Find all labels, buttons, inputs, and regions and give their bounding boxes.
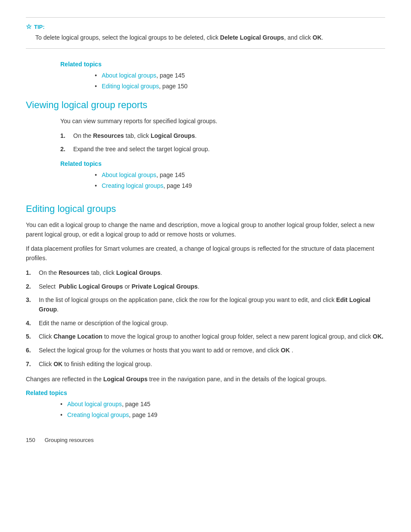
editing-steps: On the Resources tab, click Logical Grou… bbox=[26, 268, 385, 369]
link-about-logical-groups-2[interactable]: About logical groups bbox=[102, 171, 156, 178]
link-creating-logical-groups-2[interactable]: Creating logical groups bbox=[67, 411, 129, 418]
page-footer: 150 Grouping resources bbox=[26, 437, 385, 443]
tip-bold1: Delete Logical Groups bbox=[220, 34, 284, 41]
editing-step-3: In the list of logical groups on the app… bbox=[26, 296, 385, 314]
viewing-intro: You can view summary reports for specifi… bbox=[60, 117, 385, 126]
viewing-step-1: On the Resources tab, click Logical Grou… bbox=[60, 131, 385, 141]
editing-para2: If data placement profiles for Smart vol… bbox=[26, 244, 385, 263]
editing-step-5: Click Change Location to move the logica… bbox=[26, 332, 385, 342]
link-about-logical-groups-1[interactable]: About logical groups bbox=[102, 72, 156, 79]
section-editing: Editing logical groups You can edit a lo… bbox=[26, 203, 385, 420]
related-topics-heading-3: Related topics bbox=[26, 389, 385, 396]
list-item: About logical groups, page 145 bbox=[95, 71, 385, 80]
footer-label: Grouping resources bbox=[44, 437, 93, 443]
editing-step-4: Edit the name or description of the logi… bbox=[26, 319, 385, 328]
related-block-1: Related topics About logical groups, pag… bbox=[60, 61, 385, 91]
related-list-3: About logical groups, page 145 Creating … bbox=[60, 400, 385, 420]
list-item: About logical groups, page 145 bbox=[95, 171, 385, 180]
viewing-steps: On the Resources tab, click Logical Grou… bbox=[60, 131, 385, 154]
editing-step-6: Select the logical group for the volumes… bbox=[26, 346, 385, 355]
editing-step-2: Select Public Logical Groups or Private … bbox=[26, 282, 385, 292]
related-list-1: About logical groups, page 145 Editing l… bbox=[95, 71, 385, 91]
link-editing-logical-groups[interactable]: Editing logical groups bbox=[102, 83, 159, 90]
related-block-3: Related topics About logical groups, pag… bbox=[26, 389, 385, 420]
footer-page-num: 150 bbox=[26, 437, 35, 443]
list-item: About logical groups, page 145 bbox=[60, 400, 385, 409]
tip-bold2: OK bbox=[313, 34, 322, 41]
editing-step-7: Click OK to finish editing the logical g… bbox=[26, 360, 385, 369]
list-item: Creating logical groups, page 149 bbox=[60, 411, 385, 420]
tip-label-text: TIP: bbox=[34, 24, 45, 30]
related-block-2: Related topics About logical groups, pag… bbox=[60, 160, 385, 190]
tip-label: ☆ TIP: bbox=[26, 23, 385, 31]
editing-title: Editing logical groups bbox=[26, 203, 385, 215]
related-list-2: About logical groups, page 145 Creating … bbox=[95, 171, 385, 190]
editing-closing: Changes are reflected in the Logical Gro… bbox=[26, 375, 385, 384]
list-item: Creating logical groups, page 149 bbox=[95, 181, 385, 190]
section-viewing: Viewing logical group reports You can vi… bbox=[26, 100, 385, 190]
link-creating-logical-groups-1[interactable]: Creating logical groups bbox=[102, 182, 163, 189]
tip-icon: ☆ bbox=[26, 23, 31, 31]
viewing-step-2: Expand the tree and select the target lo… bbox=[60, 145, 385, 154]
related-topics-heading-1: Related topics bbox=[60, 61, 385, 68]
editing-para1: You can edit a logical group to change t… bbox=[26, 221, 385, 239]
related-topics-heading-2: Related topics bbox=[60, 160, 385, 167]
tip-box: ☆ TIP: To delete logical groups, select … bbox=[26, 17, 385, 49]
viewing-title: Viewing logical group reports bbox=[26, 100, 385, 111]
link-about-logical-groups-3[interactable]: About logical groups bbox=[67, 401, 122, 408]
list-item: Editing logical groups, page 150 bbox=[95, 82, 385, 91]
editing-step-1: On the Resources tab, click Logical Grou… bbox=[26, 268, 385, 278]
tip-text: To delete logical groups, select the log… bbox=[35, 33, 385, 42]
